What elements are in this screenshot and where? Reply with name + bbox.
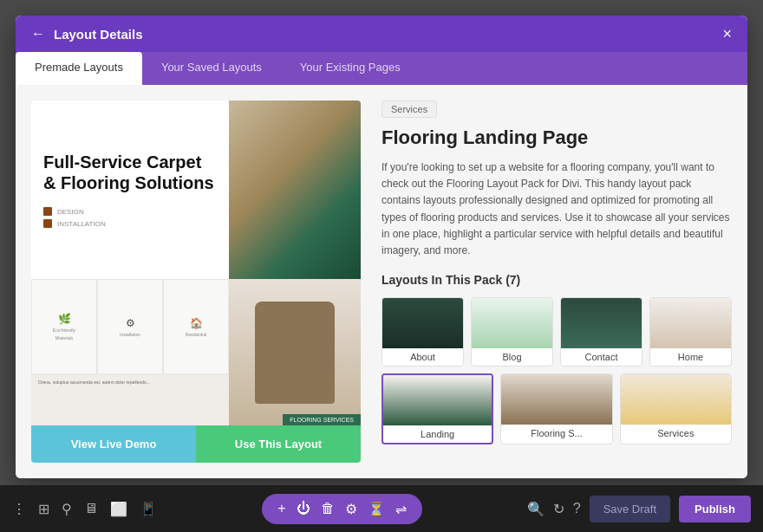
toolbar-center: + ⏻ 🗑 ⚙ ⏳ ⇌ [262,494,421,524]
tab-existing-pages[interactable]: Your Existing Pages [281,52,420,85]
eco-label: Eco-friendly [53,328,75,333]
modal-close-button[interactable]: × [722,26,732,42]
design-icon-box [43,207,52,216]
install-icon: ⚙ [126,317,135,329]
back-arrow-icon[interactable]: ← [31,26,45,42]
thumb-img-home [650,298,731,348]
thumb-label-contact: Contact [561,348,642,366]
preview-bottom: 🌿 Eco-friendly Materials ⚙ Installation [31,279,361,425]
chair-shape [255,302,334,404]
thumb-img-about [382,298,463,348]
layout-description: If you're looking to set up a website fo… [382,159,732,259]
tab-saved-layouts[interactable]: Your Saved Layouts [142,52,281,85]
grid-cell-install: ⚙ Installation [97,279,163,374]
preview-bottom-right: FLOORING SERVICES [229,279,361,425]
eco-label2: Materials [55,335,73,341]
toolbar-search-icon[interactable]: ⚲ [62,501,72,517]
tab-premade-layouts[interactable]: Premade Layouts [16,52,142,85]
thumb-label-landing: Landing [383,425,492,443]
preview-top-left: Full-Service Carpet & Flooring Solutions… [31,101,229,279]
layout-preview: Full-Service Carpet & Flooring Solutions… [31,101,361,463]
layout-details-modal: ← Layout Details × Premade Layouts Your … [16,16,747,478]
thumb-img-contact [561,298,642,348]
toolbar-settings-icon[interactable]: ⚙ [345,501,357,517]
toolbar-help-icon[interactable]: ? [573,501,581,516]
modal-overlay: ← Layout Details × Premade Layouts Your … [0,0,763,532]
modal-tabs: Premade Layouts Your Saved Layouts Your … [16,52,747,85]
toolbar-zoom-icon[interactable]: 🔍 [527,501,545,517]
preview-top-right [229,101,361,279]
toolbar-right: 🔍 ↻ ? Save Draft Publish [527,496,751,522]
layout-thumb-contact[interactable]: Contact [560,297,642,367]
preview-icon-design: DESIGN [43,207,217,216]
layout-thumb-services[interactable]: Services [620,373,732,444]
thumb-img-services [621,374,731,425]
layouts-grid-row2: Landing Flooring S... Services [382,373,732,444]
view-live-demo-button[interactable]: View Live Demo [31,425,196,463]
bottom-toolbar: ⋮ ⊞ ⚲ 🖥 ⬜ 📱 + ⏻ 🗑 ⚙ ⏳ ⇌ 🔍 ↻ ? Save Draft… [0,485,763,532]
layout-detail: Services Flooring Landing Page If you're… [382,101,732,463]
toolbar-trash-icon[interactable]: 🗑 [321,501,335,516]
layout-thumb-about[interactable]: About [382,297,464,367]
chair-image [229,279,361,425]
thumb-img-landing [383,375,492,425]
toolbar-power-icon[interactable]: ⏻ [297,501,310,516]
service-badge: Services [382,101,437,118]
flooring-services-bar: FLOORING SERVICES [283,414,361,425]
toolbar-grid-icon[interactable]: ⊞ [38,501,49,517]
eco-icon: 🌿 [58,313,71,325]
thumb-label-flooring: Flooring S... [501,425,611,442]
preview-image: Full-Service Carpet & Flooring Solutions… [31,101,361,425]
preview-heading: Full-Service Carpet & Flooring Solutions [43,152,217,193]
grid-cell-residential: 🏠 Residential [163,279,229,374]
installation-icon-box [43,219,52,228]
use-this-layout-button[interactable]: Use This Layout [196,425,361,463]
toolbar-layout-icon[interactable]: ⇌ [395,501,407,517]
thumb-label-services: Services [621,425,731,442]
modal-body: Full-Service Carpet & Flooring Solutions… [16,85,747,478]
layout-name: Flooring Landing Page [382,127,732,149]
grid-cell-eco: 🌿 Eco-friendly Materials [31,279,97,374]
thumb-img-blog [472,298,552,348]
save-draft-button[interactable]: Save Draft [590,496,670,522]
thumb-label-about: About [382,348,463,366]
room-image [229,101,361,279]
toolbar-add-icon[interactable]: + [277,501,285,516]
install-label: Installation [120,332,140,337]
thumb-img-flooring [501,374,611,425]
toolbar-left: ⋮ ⊞ ⚲ 🖥 ⬜ 📱 [12,501,157,517]
layout-thumb-home[interactable]: Home [649,297,732,367]
toolbar-refresh-icon[interactable]: ↻ [553,501,564,517]
layout-thumb-blog[interactable]: Blog [471,297,553,367]
preview-bg: Full-Service Carpet & Flooring Solutions… [31,101,361,425]
modal-header: ← Layout Details × [16,16,747,52]
toolbar-history-icon[interactable]: ⏳ [368,501,385,517]
residential-icon: 🏠 [190,317,203,329]
preview-icon-row: DESIGN INSTALLATION [43,207,217,228]
preview-text-block: Orena, voluptuo assumenda est, autem dol… [31,374,229,425]
preview-top: Full-Service Carpet & Flooring Solutions… [31,101,361,279]
residential-label: Residential [186,332,207,337]
thumb-label-home: Home [650,348,731,366]
preview-grid: 🌿 Eco-friendly Materials ⚙ Installation [31,279,229,374]
toolbar-desktop-icon[interactable]: 🖥 [84,501,98,516]
toolbar-phone-icon[interactable]: 📱 [140,501,157,517]
modal-header-left: ← Layout Details [31,26,143,42]
layout-thumb-landing[interactable]: Landing [382,373,493,444]
layouts-grid-row1: About Blog Contact Home [382,297,732,367]
modal-title: Layout Details [54,27,143,42]
toolbar-tablet-icon[interactable]: ⬜ [110,501,127,517]
publish-button[interactable]: Publish [679,496,751,522]
preview-actions: View Live Demo Use This Layout [31,425,361,463]
layout-thumb-flooring[interactable]: Flooring S... [500,373,612,444]
preview-bottom-left: 🌿 Eco-friendly Materials ⚙ Installation [31,279,229,425]
preview-icon-installation: INSTALLATION [43,219,217,228]
pack-title: Layouts In This Pack (7) [382,273,732,287]
thumb-label-blog: Blog [472,348,552,366]
toolbar-dots-icon[interactable]: ⋮ [12,501,26,517]
